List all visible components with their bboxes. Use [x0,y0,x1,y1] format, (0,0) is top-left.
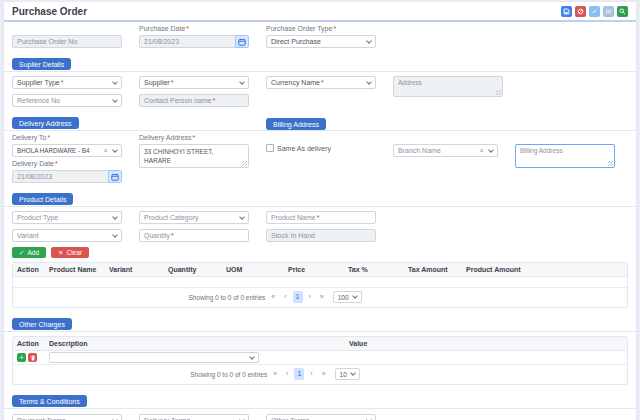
col-description: Description [45,337,345,350]
charge-value-cell[interactable] [345,357,627,359]
delivery-date-calendar-button[interactable] [108,170,122,183]
purchase-order-card: Purchase Order ✓ ✉ Purchase Order No [4,2,636,420]
page-1-button[interactable]: 1 [294,368,304,380]
col-product-amount: Product Amount [462,263,627,276]
first-page-button[interactable]: « [268,291,278,303]
mail-icon: ✉ [606,8,612,15]
quantity-input[interactable]: Quantity* [139,229,249,242]
delete-icon [577,8,584,15]
col-price: Price [284,263,344,276]
reference-no-select[interactable]: Reference No [12,94,122,107]
page-size-select[interactable]: 10 [335,368,360,380]
supplier-details-fields: Supplier Type* Supplier* Currency Name* … [4,72,636,107]
same-as-delivery-checkbox[interactable]: Same As delivery [266,144,376,152]
other-charges-header: Action Description Value [13,337,627,351]
search-button[interactable] [617,6,628,17]
col-tax-amount: Tax Amount [404,263,462,276]
chevron-down-icon [112,97,118,103]
col-variant: Variant [105,263,164,276]
chevron-down-icon [112,232,118,238]
page-size-select[interactable]: 100 [333,291,362,303]
add-row-button[interactable]: + [17,353,26,362]
other-terms-select[interactable]: Other Terms [266,414,376,420]
currency-name-select[interactable]: Currency Name* [266,76,376,89]
prev-page-button[interactable]: ‹ [283,368,291,380]
delete-button[interactable] [575,6,586,17]
chevron-down-icon [366,79,372,85]
branch-name-select[interactable]: Branch Name× [393,144,498,157]
resize-handle [242,161,247,166]
purchase-order-no-placeholder: Purchase Order No [17,38,77,45]
col-quantity: Quantity [164,263,222,276]
next-page-button[interactable]: › [306,291,314,303]
billing-address-textarea[interactable]: Billing Address [515,144,615,168]
chevron-down-icon [488,147,494,153]
chevron-down-icon [350,370,356,376]
other-charges-section-head: Other Charges [4,313,636,332]
contact-person-input: Contact Person name* [139,94,249,107]
variant-select[interactable]: Variant [12,229,122,242]
chevron-down-icon [239,79,245,85]
last-page-button[interactable]: » [319,368,329,380]
last-page-button[interactable]: » [317,291,327,303]
chevron-down-icon [249,354,255,360]
purchase-order-type-label: Purchase Order Type* [266,25,376,33]
add-button[interactable]: ✓Add [12,247,46,258]
close-icon: ✕ [58,249,63,257]
delivery-address-badge: Delivery Address [12,117,79,129]
header-actions: ✓ ✉ [561,6,628,17]
chevron-down-icon [112,214,118,220]
clear-icon[interactable]: × [479,147,484,155]
chevron-down-icon [352,293,358,299]
first-page-button[interactable]: « [270,368,280,380]
supplier-type-select[interactable]: Supplier Type* [12,76,122,89]
purchase-order-type-select[interactable]: Direct Purchase [266,35,376,48]
other-charges-table: Action Description Value + Showing 0 to … [12,336,628,385]
plus-icon: + [19,354,23,361]
page-header: Purchase Order ✓ ✉ [4,2,636,22]
col-product-name: Product Name [45,263,105,276]
prev-page-button[interactable]: ‹ [281,291,289,303]
delivery-date-label: Delivery Date* [12,160,122,168]
col-action: Action [13,263,45,276]
check-icon: ✓ [19,249,24,257]
delivery-to-select[interactable]: BHOLA HARDWARE - B4× [12,144,122,157]
page-1-button[interactable]: 1 [293,291,303,303]
product-table-empty-row [13,277,627,288]
chevron-down-icon [239,214,245,220]
chevron-down-icon [366,38,372,44]
pagination-summary: Showing 0 to 0 of 0 entries [190,371,267,378]
product-table: Action Product Name Variant Quantity UOM… [12,262,628,308]
purchase-order-no-input: Purchase Order No [12,35,122,48]
clear-button[interactable]: ✕Clear [51,247,89,258]
product-category-select[interactable]: Product Category [139,211,249,224]
col-action: Action [13,337,45,350]
po-header-row: Purchase Order No Purchase Date* 21/08/2… [4,22,636,48]
supplier-details-section-head: Suplier Details [4,53,636,72]
check-icon: ✓ [592,8,598,15]
save-icon [563,8,570,15]
product-table-header: Action Product Name Variant Quantity UOM… [13,263,627,277]
product-name-input[interactable]: Product Name* [266,211,376,224]
supplier-select[interactable]: Supplier* [139,76,249,89]
calendar-icon [111,173,119,181]
clear-icon[interactable]: × [103,147,108,155]
product-buttons: ✓Add ✕Clear [4,242,636,258]
product-type-select[interactable]: Product Type [12,211,122,224]
approve-button[interactable]: ✓ [589,6,600,17]
billing-address-badge: Billing Address [266,118,326,130]
next-page-button[interactable]: › [307,368,315,380]
delete-row-button[interactable] [28,353,37,362]
delivery-terms-select[interactable]: Delivery Terms [139,414,249,420]
terms-section-head: Terms & Conditions [4,390,636,409]
payment-terms-select[interactable]: Payment Terms [12,414,122,420]
charge-description-select[interactable] [49,352,259,363]
product-details-fields: Product Type Product Category Product Na… [4,207,636,242]
purchase-date-input: 21/08/2023 [139,35,236,48]
delivery-address-textarea[interactable]: 33 CHINHOYI STREET, HARARE [139,144,249,168]
save-button[interactable] [561,6,572,17]
supplier-address-textarea: Address [393,76,503,97]
email-button[interactable]: ✉ [603,6,614,17]
delivery-billing-section-head: Delivery Address Billing Address [4,112,636,131]
purchase-date-calendar-button[interactable] [235,35,249,48]
